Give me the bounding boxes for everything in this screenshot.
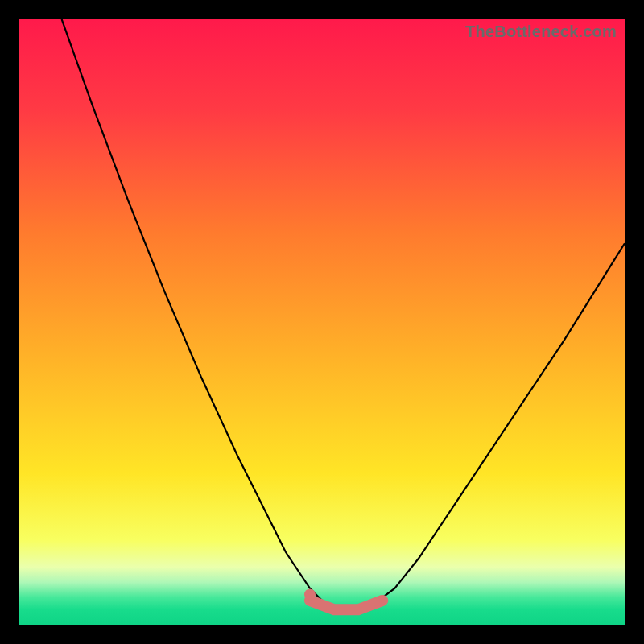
valley-marker-stroke bbox=[310, 601, 382, 609]
chart-svg bbox=[19, 19, 625, 625]
valley-marker-dot bbox=[304, 588, 316, 600]
curve-right bbox=[346, 243, 625, 613]
curve-left bbox=[62, 19, 346, 613]
outer-frame: TheBottleneck.com bbox=[0, 0, 644, 644]
plot-area: TheBottleneck.com bbox=[19, 19, 625, 625]
